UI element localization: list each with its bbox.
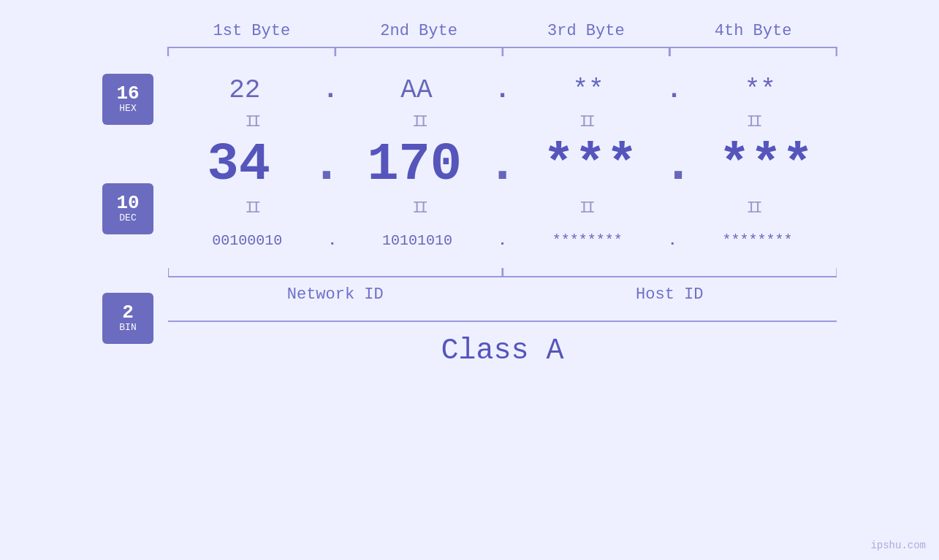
bin-number: 2 bbox=[122, 303, 134, 322]
byte-headers-row: 1st Byte 2nd Byte 3rd Byte 4th Byte bbox=[102, 22, 837, 40]
hex-row: 22 . AA . ** . ** bbox=[168, 68, 837, 112]
sep-row-1: II II II II bbox=[168, 112, 837, 132]
bin-val-1: 00100010 bbox=[168, 232, 327, 249]
hex-val-3: ** bbox=[512, 75, 665, 105]
hex-val-1: 22 bbox=[168, 75, 322, 105]
sep-row-2: II II II II bbox=[168, 198, 837, 218]
sep-1-4: II bbox=[669, 113, 837, 131]
dec-val-4: *** bbox=[696, 135, 837, 195]
bin-label: BIN bbox=[119, 322, 136, 334]
byte-header-4: 4th Byte bbox=[669, 22, 837, 40]
bin-val-4: ******** bbox=[678, 232, 837, 249]
dot-1: . bbox=[323, 75, 339, 105]
sep-1-3: II bbox=[503, 113, 670, 131]
dec-badge: 10 DEC bbox=[102, 183, 153, 234]
sep-2-2: II bbox=[335, 199, 503, 218]
sep-2-1: II bbox=[168, 199, 335, 218]
hex-badge: 16 HEX bbox=[102, 74, 153, 125]
sep-2-4: II bbox=[669, 199, 837, 218]
dec-val-1: 34 bbox=[168, 135, 309, 195]
base-badges: 16 HEX 10 DEC 2 BIN bbox=[102, 61, 153, 357]
bin-dot-3: . bbox=[668, 232, 677, 249]
sep-1-1: II bbox=[168, 113, 335, 131]
sep-2-3: II bbox=[503, 199, 670, 218]
dec-dot-3: . bbox=[662, 135, 693, 195]
dec-val-2: 170 bbox=[344, 135, 485, 195]
bracket-byte-3 bbox=[503, 45, 670, 58]
network-id-label: Network ID bbox=[168, 285, 503, 304]
main-container: 1st Byte 2nd Byte 3rd Byte 4th Byte bbox=[0, 0, 939, 560]
dot-3: . bbox=[666, 75, 683, 105]
bottom-brackets bbox=[168, 266, 837, 280]
bin-row: 00100010 . 10101010 . ******** . *******… bbox=[168, 218, 837, 262]
host-id-label: Host ID bbox=[503, 285, 837, 304]
bracket-host bbox=[503, 266, 837, 280]
bin-badge: 2 BIN bbox=[102, 293, 153, 344]
bin-val-2: 10101010 bbox=[338, 232, 497, 249]
bracket-byte-4 bbox=[669, 45, 837, 58]
byte-header-3: 3rd Byte bbox=[503, 22, 670, 40]
sep-1-2: II bbox=[335, 113, 503, 131]
hex-val-4: ** bbox=[683, 75, 837, 105]
dec-row: 34 . 170 . *** . *** bbox=[168, 132, 837, 198]
hex-val-2: AA bbox=[340, 75, 493, 105]
dec-label: DEC bbox=[119, 212, 136, 224]
dec-dot-1: . bbox=[311, 135, 342, 195]
class-label: Class A bbox=[168, 334, 837, 367]
top-brackets bbox=[102, 45, 837, 58]
bin-val-3: ******** bbox=[509, 232, 667, 249]
dec-val-3: *** bbox=[520, 135, 661, 195]
bracket-network bbox=[168, 266, 503, 280]
byte-header-2: 2nd Byte bbox=[335, 22, 503, 40]
class-bracket-container bbox=[168, 314, 837, 327]
bracket-byte-2 bbox=[335, 45, 503, 58]
bracket-byte-1 bbox=[168, 45, 335, 58]
hex-number: 16 bbox=[116, 84, 139, 103]
watermark: ipshu.com bbox=[870, 540, 926, 551]
hex-label: HEX bbox=[119, 103, 136, 115]
dec-number: 10 bbox=[116, 193, 139, 212]
bin-dot-1: . bbox=[328, 232, 337, 249]
id-labels: Network ID Host ID bbox=[168, 285, 837, 304]
data-area: 22 . AA . ** . ** II II II II 34 . 170 . bbox=[168, 61, 837, 367]
byte-header-1: 1st Byte bbox=[168, 22, 335, 40]
dot-2: . bbox=[495, 75, 511, 105]
dec-dot-2: . bbox=[487, 135, 518, 195]
bin-dot-2: . bbox=[498, 232, 506, 249]
